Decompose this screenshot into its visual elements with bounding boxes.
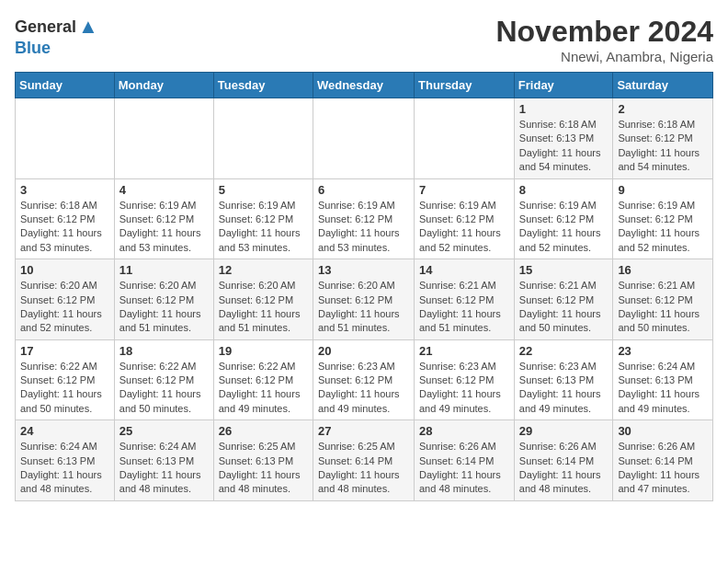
calendar-table: SundayMondayTuesdayWednesdayThursdayFrid… bbox=[15, 72, 713, 501]
day-header-saturday: Saturday bbox=[613, 73, 713, 98]
day-number: 14 bbox=[419, 263, 509, 277]
calendar-cell bbox=[213, 98, 313, 179]
day-info: Sunrise: 6:23 AMSunset: 6:13 PMDaylight:… bbox=[519, 360, 609, 417]
day-number: 22 bbox=[519, 344, 609, 358]
calendar-cell: 16Sunrise: 6:21 AMSunset: 6:12 PMDayligh… bbox=[613, 259, 713, 340]
day-info: Sunrise: 6:18 AMSunset: 6:12 PMDaylight:… bbox=[618, 118, 708, 175]
day-info: Sunrise: 6:20 AMSunset: 6:12 PMDaylight:… bbox=[318, 279, 409, 336]
calendar-cell: 19Sunrise: 6:22 AMSunset: 6:12 PMDayligh… bbox=[213, 339, 313, 420]
calendar-cell: 28Sunrise: 6:26 AMSunset: 6:14 PMDayligh… bbox=[415, 420, 515, 501]
day-number: 18 bbox=[119, 344, 209, 358]
day-info: Sunrise: 6:25 AMSunset: 6:13 PMDaylight:… bbox=[219, 440, 308, 497]
day-number: 12 bbox=[219, 263, 308, 277]
calendar-cell: 4Sunrise: 6:19 AMSunset: 6:12 PMDaylight… bbox=[114, 178, 213, 259]
day-number: 28 bbox=[419, 424, 509, 438]
day-number: 6 bbox=[318, 183, 409, 197]
day-info: Sunrise: 6:24 AMSunset: 6:13 PMDaylight:… bbox=[119, 440, 209, 497]
day-header-thursday: Thursday bbox=[415, 73, 515, 98]
day-number: 25 bbox=[119, 424, 209, 438]
day-number: 29 bbox=[519, 424, 609, 438]
day-header-tuesday: Tuesday bbox=[213, 73, 313, 98]
calendar-cell: 1Sunrise: 6:18 AMSunset: 6:13 PMDaylight… bbox=[514, 98, 613, 179]
calendar-cell: 21Sunrise: 6:23 AMSunset: 6:12 PMDayligh… bbox=[415, 339, 515, 420]
day-number: 16 bbox=[618, 263, 708, 277]
day-info: Sunrise: 6:23 AMSunset: 6:12 PMDaylight:… bbox=[318, 360, 409, 417]
day-info: Sunrise: 6:25 AMSunset: 6:14 PMDaylight:… bbox=[318, 440, 409, 497]
calendar-cell: 6Sunrise: 6:19 AMSunset: 6:12 PMDaylight… bbox=[313, 178, 414, 259]
day-number: 23 bbox=[618, 344, 708, 358]
day-number: 30 bbox=[618, 424, 708, 438]
location: Nnewi, Anambra, Nigeria bbox=[495, 49, 713, 64]
day-info: Sunrise: 6:22 AMSunset: 6:12 PMDaylight:… bbox=[219, 360, 308, 417]
day-number: 5 bbox=[219, 183, 308, 197]
page-header: General ▲ Blue November 2024 Nnewi, Anam… bbox=[15, 15, 713, 64]
day-info: Sunrise: 6:21 AMSunset: 6:12 PMDaylight:… bbox=[618, 279, 708, 336]
day-info: Sunrise: 6:19 AMSunset: 6:12 PMDaylight:… bbox=[519, 199, 609, 256]
day-number: 10 bbox=[20, 263, 109, 277]
calendar-cell: 10Sunrise: 6:20 AMSunset: 6:12 PMDayligh… bbox=[16, 259, 115, 340]
calendar-cell: 8Sunrise: 6:19 AMSunset: 6:12 PMDaylight… bbox=[514, 178, 613, 259]
calendar-cell: 14Sunrise: 6:21 AMSunset: 6:12 PMDayligh… bbox=[415, 259, 515, 340]
day-info: Sunrise: 6:22 AMSunset: 6:12 PMDaylight:… bbox=[119, 360, 209, 417]
day-info: Sunrise: 6:19 AMSunset: 6:12 PMDaylight:… bbox=[219, 199, 308, 256]
day-info: Sunrise: 6:26 AMSunset: 6:14 PMDaylight:… bbox=[419, 440, 509, 497]
logo-bird-icon: ▲ bbox=[78, 15, 98, 39]
calendar-cell: 23Sunrise: 6:24 AMSunset: 6:13 PMDayligh… bbox=[613, 339, 713, 420]
day-number: 15 bbox=[519, 263, 609, 277]
logo-blue: Blue bbox=[15, 39, 51, 58]
day-info: Sunrise: 6:26 AMSunset: 6:14 PMDaylight:… bbox=[618, 440, 708, 497]
calendar-cell: 24Sunrise: 6:24 AMSunset: 6:13 PMDayligh… bbox=[16, 420, 115, 501]
day-info: Sunrise: 6:21 AMSunset: 6:12 PMDaylight:… bbox=[419, 279, 509, 336]
day-number: 20 bbox=[318, 344, 409, 358]
calendar-cell: 7Sunrise: 6:19 AMSunset: 6:12 PMDaylight… bbox=[415, 178, 515, 259]
calendar-cell: 25Sunrise: 6:24 AMSunset: 6:13 PMDayligh… bbox=[114, 420, 213, 501]
calendar-cell bbox=[114, 98, 213, 179]
day-number: 21 bbox=[419, 344, 509, 358]
day-number: 13 bbox=[318, 263, 409, 277]
day-info: Sunrise: 6:19 AMSunset: 6:12 PMDaylight:… bbox=[119, 199, 209, 256]
calendar-cell: 2Sunrise: 6:18 AMSunset: 6:12 PMDaylight… bbox=[613, 98, 713, 179]
day-header-monday: Monday bbox=[114, 73, 213, 98]
month-title: November 2024 bbox=[495, 15, 713, 49]
day-info: Sunrise: 6:20 AMSunset: 6:12 PMDaylight:… bbox=[219, 279, 308, 336]
calendar-cell: 3Sunrise: 6:18 AMSunset: 6:12 PMDaylight… bbox=[16, 178, 115, 259]
day-info: Sunrise: 6:20 AMSunset: 6:12 PMDaylight:… bbox=[20, 279, 109, 336]
calendar-cell: 11Sunrise: 6:20 AMSunset: 6:12 PMDayligh… bbox=[114, 259, 213, 340]
day-number: 1 bbox=[519, 102, 609, 116]
day-number: 2 bbox=[618, 102, 708, 116]
day-info: Sunrise: 6:20 AMSunset: 6:12 PMDaylight:… bbox=[119, 279, 209, 336]
logo: General ▲ Blue bbox=[15, 15, 98, 58]
calendar-cell: 17Sunrise: 6:22 AMSunset: 6:12 PMDayligh… bbox=[16, 339, 115, 420]
day-header-sunday: Sunday bbox=[16, 73, 115, 98]
calendar-cell: 30Sunrise: 6:26 AMSunset: 6:14 PMDayligh… bbox=[613, 420, 713, 501]
logo-general: General bbox=[15, 17, 76, 37]
day-number: 24 bbox=[20, 424, 109, 438]
day-number: 7 bbox=[419, 183, 509, 197]
day-number: 19 bbox=[219, 344, 308, 358]
calendar-cell: 26Sunrise: 6:25 AMSunset: 6:13 PMDayligh… bbox=[213, 420, 313, 501]
calendar-cell: 13Sunrise: 6:20 AMSunset: 6:12 PMDayligh… bbox=[313, 259, 414, 340]
day-info: Sunrise: 6:18 AMSunset: 6:12 PMDaylight:… bbox=[20, 199, 109, 256]
calendar-cell: 18Sunrise: 6:22 AMSunset: 6:12 PMDayligh… bbox=[114, 339, 213, 420]
day-info: Sunrise: 6:18 AMSunset: 6:13 PMDaylight:… bbox=[519, 118, 609, 175]
calendar-cell: 20Sunrise: 6:23 AMSunset: 6:12 PMDayligh… bbox=[313, 339, 414, 420]
day-info: Sunrise: 6:19 AMSunset: 6:12 PMDaylight:… bbox=[618, 199, 708, 256]
day-header-wednesday: Wednesday bbox=[313, 73, 414, 98]
calendar-cell: 12Sunrise: 6:20 AMSunset: 6:12 PMDayligh… bbox=[213, 259, 313, 340]
day-number: 9 bbox=[618, 183, 708, 197]
day-info: Sunrise: 6:22 AMSunset: 6:12 PMDaylight:… bbox=[20, 360, 109, 417]
day-header-friday: Friday bbox=[514, 73, 613, 98]
calendar-cell: 29Sunrise: 6:26 AMSunset: 6:14 PMDayligh… bbox=[514, 420, 613, 501]
day-info: Sunrise: 6:19 AMSunset: 6:12 PMDaylight:… bbox=[318, 199, 409, 256]
day-info: Sunrise: 6:24 AMSunset: 6:13 PMDaylight:… bbox=[20, 440, 109, 497]
calendar-cell: 15Sunrise: 6:21 AMSunset: 6:12 PMDayligh… bbox=[514, 259, 613, 340]
title-block: November 2024 Nnewi, Anambra, Nigeria bbox=[495, 15, 713, 64]
calendar-cell: 9Sunrise: 6:19 AMSunset: 6:12 PMDaylight… bbox=[613, 178, 713, 259]
day-info: Sunrise: 6:24 AMSunset: 6:13 PMDaylight:… bbox=[618, 360, 708, 417]
day-number: 17 bbox=[20, 344, 109, 358]
day-number: 4 bbox=[119, 183, 209, 197]
day-number: 26 bbox=[219, 424, 308, 438]
day-info: Sunrise: 6:19 AMSunset: 6:12 PMDaylight:… bbox=[419, 199, 509, 256]
day-number: 3 bbox=[20, 183, 109, 197]
calendar-cell bbox=[415, 98, 515, 179]
